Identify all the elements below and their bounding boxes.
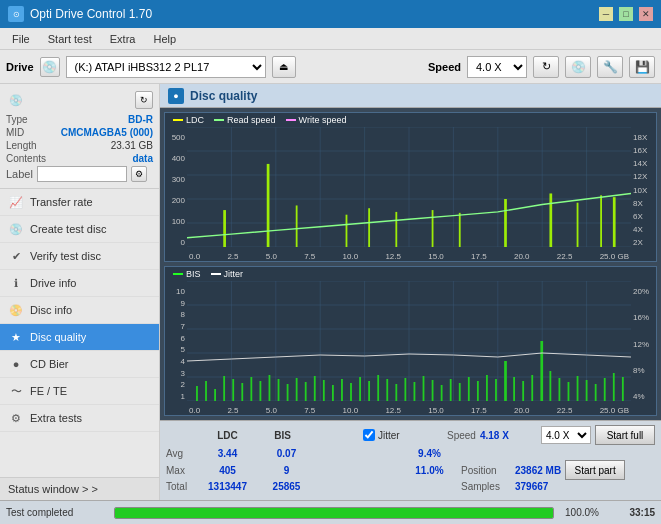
- label-btn[interactable]: ⚙: [131, 166, 147, 182]
- sidebar-item-label-cd-bier: CD Bier: [30, 358, 69, 370]
- max-jitter: 11.0%: [402, 465, 457, 476]
- disc-contents-row: Contents data: [6, 153, 153, 164]
- legend-ldc-label: LDC: [186, 115, 204, 125]
- svg-rect-90: [622, 377, 624, 401]
- svg-rect-52: [278, 379, 280, 401]
- extra-tests-icon: ⚙: [8, 410, 24, 426]
- progress-bar-container: [114, 507, 554, 519]
- menu-start-test[interactable]: Start test: [40, 31, 100, 47]
- fe-te-icon: 〜: [8, 383, 24, 399]
- sidebar-item-label-fe-te: FE / TE: [30, 385, 67, 397]
- disc-contents-label: Contents: [6, 153, 46, 164]
- svg-rect-70: [441, 385, 443, 401]
- svg-rect-58: [332, 385, 334, 401]
- maximize-button[interactable]: □: [619, 7, 633, 21]
- sidebar-item-cd-bier[interactable]: ● CD Bier: [0, 351, 159, 378]
- content-area: ● Disc quality LDC Read speed: [160, 84, 661, 500]
- max-bis: 9: [259, 465, 314, 476]
- close-button[interactable]: ✕: [639, 7, 653, 21]
- sidebar-item-disc-quality[interactable]: ★ Disc quality: [0, 324, 159, 351]
- svg-rect-53: [287, 384, 289, 401]
- svg-rect-69: [432, 380, 434, 401]
- sidebar-item-label-verify-test-disc: Verify test disc: [30, 250, 101, 262]
- sidebar-item-extra-tests[interactable]: ⚙ Extra tests: [0, 405, 159, 432]
- bis-header: BIS: [255, 430, 310, 441]
- settings-button[interactable]: 🔧: [597, 56, 623, 78]
- chart1-y-left: 5004003002001000: [165, 133, 187, 247]
- refresh-button[interactable]: ↻: [533, 56, 559, 78]
- menu-file[interactable]: File: [4, 31, 38, 47]
- legend-write-speed-label: Write speed: [299, 115, 347, 125]
- minimize-button[interactable]: ─: [599, 7, 613, 21]
- disc-label-input[interactable]: [37, 166, 127, 182]
- titlebar: ⊙ Opti Drive Control 1.70 ─ □ ✕: [0, 0, 661, 28]
- disc-contents-value: data: [132, 153, 153, 164]
- status-window[interactable]: Status window > >: [0, 477, 159, 500]
- eject-button[interactable]: ⏏: [272, 56, 296, 78]
- svg-rect-56: [314, 376, 316, 401]
- svg-rect-88: [604, 378, 606, 401]
- svg-rect-84: [568, 382, 570, 401]
- chart2-legend: BIS Jitter: [173, 269, 243, 279]
- drive-info-icon: ℹ: [8, 275, 24, 291]
- svg-rect-18: [346, 215, 348, 247]
- disc-mid-label: MID: [6, 127, 24, 138]
- drive-icon: 💿: [40, 57, 60, 77]
- svg-rect-43: [196, 386, 198, 401]
- sidebar-item-drive-info[interactable]: ℹ Drive info: [0, 270, 159, 297]
- svg-rect-74: [477, 381, 479, 401]
- avg-ldc: 3.44: [200, 448, 255, 459]
- menu-extra[interactable]: Extra: [102, 31, 144, 47]
- disc-refresh-btn[interactable]: ↻: [135, 91, 153, 109]
- save-button[interactable]: 💾: [629, 56, 655, 78]
- chart2-x-labels: 0.02.55.07.510.012.515.017.520.022.525.0…: [187, 406, 631, 415]
- drive-select[interactable]: (K:) ATAPI iHBS312 2 PL17: [66, 56, 266, 78]
- jitter-checkbox[interactable]: [363, 429, 375, 441]
- disc-quality-header: ● Disc quality: [160, 84, 661, 108]
- samples-label: Samples: [461, 481, 511, 492]
- legend-read-speed: Read speed: [214, 115, 276, 125]
- disc-quality-header-icon: ●: [168, 88, 184, 104]
- start-full-button[interactable]: Start full: [595, 425, 655, 445]
- chart2-container: BIS Jitter: [164, 266, 657, 416]
- speed-select2[interactable]: 4.0 X: [541, 426, 591, 444]
- status-window-label: Status window > >: [8, 483, 98, 495]
- chart1-container: LDC Read speed Write speed: [164, 112, 657, 262]
- svg-rect-22: [459, 213, 461, 247]
- svg-rect-83: [559, 378, 561, 401]
- legend-ldc: LDC: [173, 115, 204, 125]
- disc-length-row: Length 23.31 GB: [6, 140, 153, 151]
- jitter-label: Jitter: [378, 430, 400, 441]
- svg-rect-86: [586, 380, 588, 401]
- disc-button[interactable]: 💿: [565, 56, 591, 78]
- svg-rect-76: [495, 379, 497, 401]
- disc-label-label: Label: [6, 168, 33, 180]
- legend-read-speed-label: Read speed: [227, 115, 276, 125]
- sidebar-item-transfer-rate[interactable]: 📈 Transfer rate: [0, 189, 159, 216]
- chart1-legend: LDC Read speed Write speed: [173, 115, 346, 125]
- disc-panel-header: 💿 ↻: [6, 90, 153, 110]
- svg-rect-54: [296, 378, 298, 401]
- chart2-svg: [187, 281, 631, 401]
- start-part-button[interactable]: Start part: [565, 460, 625, 480]
- legend-write-speed: Write speed: [286, 115, 347, 125]
- disc-panel: 💿 ↻ Type BD-R MID CMCMAGBA5 (000) Length…: [0, 84, 159, 189]
- legend-bis: BIS: [173, 269, 201, 279]
- sidebar-item-fe-te[interactable]: 〜 FE / TE: [0, 378, 159, 405]
- sidebar-item-disc-info[interactable]: 📀 Disc info: [0, 297, 159, 324]
- sidebar-item-label-disc-quality: Disc quality: [30, 331, 86, 343]
- speed-select[interactable]: 4.0 X: [467, 56, 527, 78]
- menu-help[interactable]: Help: [145, 31, 184, 47]
- app-icon: ⊙: [8, 6, 24, 22]
- svg-rect-80: [531, 375, 533, 401]
- avg-label: Avg: [166, 448, 196, 459]
- svg-rect-75: [486, 375, 488, 401]
- sidebar-item-create-test-disc[interactable]: 💿 Create test disc: [0, 216, 159, 243]
- svg-rect-16: [267, 164, 270, 247]
- svg-rect-49: [250, 377, 252, 401]
- svg-rect-65: [395, 384, 397, 401]
- chart2-y-left: 10987654321: [165, 287, 187, 401]
- sidebar-item-verify-test-disc[interactable]: ✔ Verify test disc: [0, 243, 159, 270]
- svg-rect-50: [259, 381, 261, 401]
- titlebar-controls[interactable]: ─ □ ✕: [597, 7, 653, 21]
